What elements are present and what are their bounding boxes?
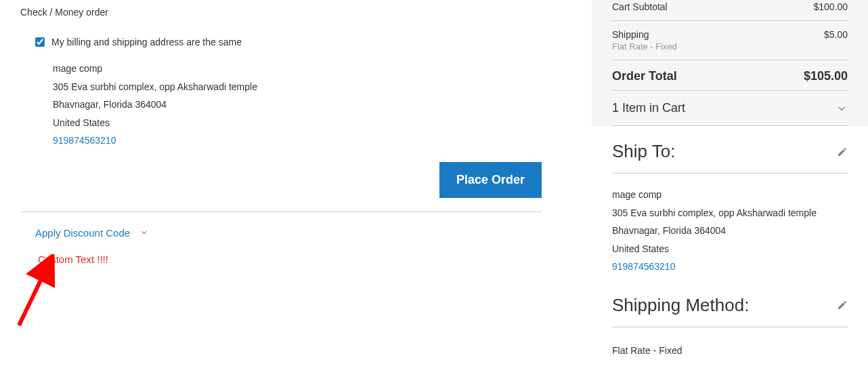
divider bbox=[20, 211, 542, 212]
summary-shipping-row: Shipping Flat Rate - Fixed $5.00 bbox=[612, 20, 848, 60]
total-value: $105.00 bbox=[804, 69, 848, 83]
cart-items-toggle[interactable]: 1 Item in Cart bbox=[612, 90, 848, 126]
ship-name: mage comp bbox=[612, 186, 848, 204]
billing-same-checkbox[interactable] bbox=[35, 37, 45, 47]
subtotal-label: Cart Subtotal bbox=[612, 1, 668, 12]
billing-same-row: My billing and shipping address are the … bbox=[35, 37, 542, 47]
ship-country: United States bbox=[612, 240, 848, 258]
ship-to-title: Ship To: bbox=[612, 141, 675, 162]
pencil-icon[interactable] bbox=[837, 146, 848, 157]
apply-discount-toggle[interactable]: Apply Discount Code bbox=[35, 227, 542, 239]
ship-to-address: mage comp 305 Eva surbhi complex, opp Ak… bbox=[612, 186, 848, 276]
ship-city-region: Bhavnagar, Florida 364004 bbox=[612, 222, 848, 240]
shipping-sub: Flat Rate - Fixed bbox=[612, 41, 677, 52]
payment-method-title: Check / Money order bbox=[20, 7, 542, 18]
order-summary: Cart Subtotal $100.00 Shipping Flat Rate… bbox=[592, 0, 868, 126]
billing-name: mage comp bbox=[53, 60, 542, 78]
discount-label: Apply Discount Code bbox=[35, 227, 130, 239]
cart-items-label: 1 Item in Cart bbox=[612, 101, 685, 115]
billing-city-region: Bhavnagar, Florida 364004 bbox=[53, 96, 542, 114]
shipping-method-title: Shipping Method: bbox=[612, 295, 749, 316]
billing-street: 305 Eva surbhi complex, opp Aksharwadi t… bbox=[53, 78, 542, 96]
subtotal-value: $100.00 bbox=[813, 1, 848, 12]
ship-street: 305 Eva surbhi complex, opp Aksharwadi t… bbox=[612, 204, 848, 222]
billing-address-block: mage comp 305 Eva surbhi complex, opp Ak… bbox=[53, 60, 542, 150]
billing-same-label[interactable]: My billing and shipping address are the … bbox=[51, 37, 242, 47]
shipping-method-value: Flat Rate - Fixed bbox=[612, 340, 848, 356]
billing-phone-link[interactable]: 919874563210 bbox=[53, 135, 116, 146]
place-order-button[interactable]: Place Order bbox=[439, 162, 542, 198]
ship-phone-link[interactable]: 919874563210 bbox=[612, 261, 675, 272]
shipping-method-section: Shipping Method: Flat Rate - Fixed bbox=[592, 280, 868, 356]
summary-subtotal-row: Cart Subtotal $100.00 bbox=[612, 0, 848, 20]
summary-total-row: Order Total $105.00 bbox=[612, 60, 848, 90]
ship-to-section: Ship To: mage comp 305 Eva surbhi comple… bbox=[592, 126, 868, 276]
chevron-down-icon bbox=[139, 228, 149, 237]
shipping-label: Shipping bbox=[612, 29, 677, 40]
chevron-down-icon bbox=[836, 102, 848, 115]
custom-text: Custom Text !!!! bbox=[38, 254, 542, 265]
billing-country: United States bbox=[53, 114, 542, 132]
shipping-value: $5.00 bbox=[824, 29, 848, 52]
pencil-icon[interactable] bbox=[837, 300, 848, 310]
total-label: Order Total bbox=[612, 69, 677, 83]
